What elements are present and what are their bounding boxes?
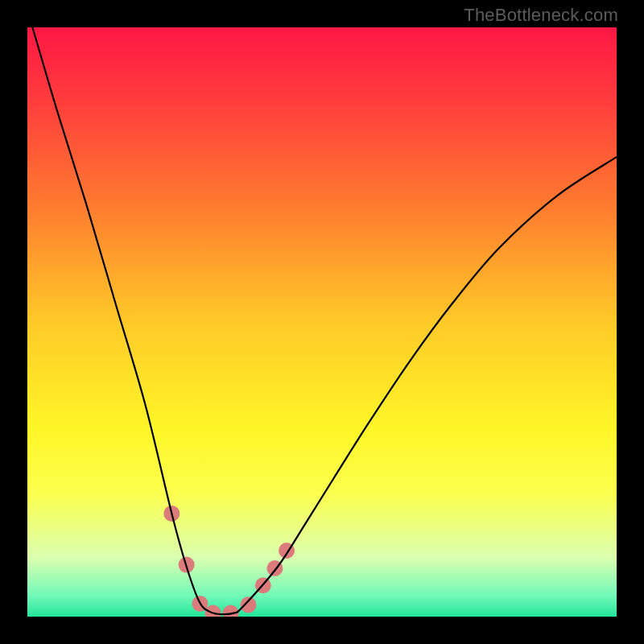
- chart-frame: TheBottleneck.com: [0, 0, 644, 644]
- marker-group: [163, 506, 295, 617]
- watermark: TheBottleneck.com: [464, 5, 618, 26]
- bottleneck-curve: [27, 27, 617, 614]
- chart-svg: [27, 27, 617, 617]
- plot-area: [27, 27, 617, 617]
- marker-point: [241, 597, 257, 613]
